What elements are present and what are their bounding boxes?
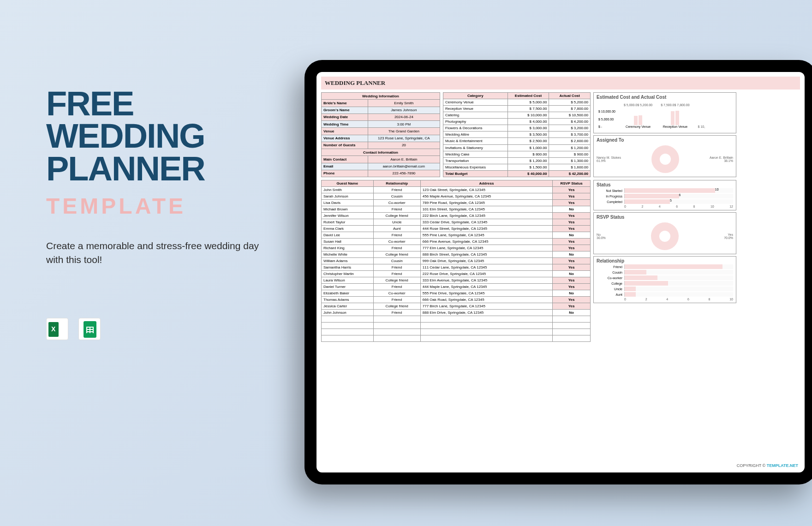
promo-title-line2: WEDDING <box>46 120 277 152</box>
budget-cat: Music & Entertainment <box>443 138 508 144</box>
guest-rel: College friend <box>373 213 420 219</box>
guest-rel: Co-worker <box>373 200 420 206</box>
info-val: 3:00 PM <box>368 121 440 128</box>
guest-rel: Friend <box>373 284 420 290</box>
guest-rsvp: Yes <box>553 297 591 303</box>
guest-rel: Aunt <box>373 226 420 232</box>
guest-rsvp: No <box>553 310 591 316</box>
budget-est: $ 7,500.00 <box>508 106 549 112</box>
wedding-info-table: Wedding Information Bride's NameEmily Sm… <box>321 92 440 177</box>
budget-cat: Reception Venue <box>443 106 508 112</box>
contact-header: Contact Information <box>322 149 440 156</box>
guest-addr: 666 Pine Avenue, Springdale, CA 12345 <box>420 239 552 245</box>
budget-act: $ 3,700.00 <box>549 132 591 138</box>
budget-act: $ 2,600.00 <box>549 138 591 144</box>
format-icons <box>46 318 277 340</box>
guest-name: John Johnson <box>322 310 374 316</box>
info-val: Emily Smith <box>368 100 440 107</box>
budget-act: $ 1,300.00 <box>549 157 591 164</box>
guest-addr: 777 Elm Lane, Springdale, CA 12345 <box>420 245 552 251</box>
guest-name: Michelle White <box>322 251 374 258</box>
guest-name: Daniel Turner <box>322 284 374 290</box>
budget-h2: Actual Cost <box>549 93 591 99</box>
guest-name: Richard King <box>322 245 374 251</box>
guest-rsvp: Yes <box>553 258 591 264</box>
budget-est: $ 3,000.00 <box>508 125 549 132</box>
guest-name: William Adams <box>322 258 374 264</box>
guest-rel: Cousin <box>373 258 420 264</box>
guest-addr: 101 Elm Street, Springdale, CA 12345 <box>420 206 552 213</box>
budget-act: $ 1,600.00 <box>549 164 591 170</box>
copyright: COPYRIGHT © TEMPLATE.NET <box>737 463 798 468</box>
guest-rel: College friend <box>373 303 420 310</box>
budget-h1: Estimated Cost <box>508 93 549 99</box>
guest-rel: Friend <box>373 245 420 251</box>
contact-key: Email <box>322 163 368 170</box>
budget-est: $ 4,000.00 <box>508 119 549 125</box>
guest-addr: 888 Birch Street, Springdale, CA 12345 <box>420 251 552 258</box>
sheet-title: WEDDING PLANNER <box>321 77 800 90</box>
budget-cat: Miscellaneous Expenses <box>443 164 508 170</box>
guest-name: Samantha Harris <box>322 264 374 271</box>
guest-rel: Uncle <box>373 219 420 226</box>
guest-addr: 555 Pine Drive, Springdale, CA 12345 <box>420 290 552 297</box>
info-key: Groom's Name <box>322 107 368 114</box>
chart-relationship: Relationship FriendCousinCo-workerColleg… <box>593 256 736 303</box>
guest-rsvp: No <box>553 290 591 297</box>
contact-key: Phone <box>322 170 368 177</box>
budget-est: $ 3,500.00 <box>508 132 549 138</box>
guest-table: Guest Name Relationship Address RSVP Sta… <box>321 180 591 342</box>
promo-title-line1: FREE <box>46 88 277 120</box>
budget-act: $ 3,200.00 <box>549 125 591 132</box>
guest-addr: 666 Oak Road, Springdale, CA 12345 <box>420 297 552 303</box>
guest-rel: Friend <box>373 187 420 193</box>
guest-name: Jennifer Wilson <box>322 213 374 219</box>
guest-rsvp: No <box>553 206 591 213</box>
budget-cat: Ceremony Venue <box>443 99 508 106</box>
info-val: The Grand Garden <box>368 128 440 135</box>
guest-rsvp: Yes <box>553 277 591 284</box>
info-val: 20 <box>368 142 440 149</box>
chart-cost: Estimated Cost and Actual Cost $ 10,000.… <box>593 92 736 133</box>
guest-name: Christopher Martin <box>322 271 374 277</box>
guest-name: Laura Wilson <box>322 277 374 284</box>
budget-total-label: Total Budget <box>443 170 508 177</box>
contact-val: aaron.brittain@email.com <box>368 163 440 170</box>
guest-rel: Friend <box>373 310 420 316</box>
budget-act: $ 4,200.00 <box>549 119 591 125</box>
budget-cat: Invitations & Stationery <box>443 144 508 151</box>
guest-name: Thomas Adams <box>322 297 374 303</box>
info-val: 123 Rose Lane, Springdale, CA <box>368 135 440 142</box>
guest-addr: 999 Oak Drive, Springdale, CA 12345 <box>420 258 552 264</box>
guest-rel: Cousin <box>373 193 420 200</box>
guest-addr: 456 Maple Avenue, Springdale, CA 12345 <box>420 193 552 200</box>
guest-addr: 333 Cedar Drive, Springdale, CA 12345 <box>420 219 552 226</box>
guest-rsvp: Yes <box>553 303 591 310</box>
guest-name: Sarah Johnson <box>322 193 374 200</box>
budget-cat: Transportation <box>443 157 508 164</box>
budget-est: $ 1,000.00 <box>508 144 549 151</box>
donut-icon <box>651 222 679 250</box>
guest-name: Emma Clark <box>322 226 374 232</box>
guest-addr: 123 Oak Street, Springdale, CA 12345 <box>420 187 552 193</box>
budget-h0: Category <box>443 93 508 99</box>
budget-act: $ 1,200.00 <box>549 144 591 151</box>
info-val: 2024-06-24 <box>368 114 440 120</box>
guest-rel: Co-worker <box>373 290 420 297</box>
budget-act: $ 5,200.00 <box>549 99 591 106</box>
guest-name: Lisa Davis <box>322 200 374 206</box>
guest-rsvp: Yes <box>553 187 591 193</box>
budget-est: $ 800.00 <box>508 151 549 157</box>
budget-est: $ 2,500.00 <box>508 138 549 144</box>
guest-rsvp: Yes <box>553 213 591 219</box>
promo-tagline: Create a memorable and stress-free weddi… <box>46 239 277 267</box>
contact-key: Main Contact <box>322 156 368 163</box>
info-key: Venue <box>322 128 368 135</box>
guest-name: Michael Brown <box>322 206 374 213</box>
budget-cat: Wedding Attire <box>443 132 508 138</box>
guest-rsvp: Yes <box>553 245 591 251</box>
guest-rsvp: No <box>553 271 591 277</box>
guest-addr: 111 Cedar Lane, Springdale, CA 12345 <box>420 264 552 271</box>
info-val: James Johnson <box>368 107 440 114</box>
guest-name: Robert Taylor <box>322 219 374 226</box>
